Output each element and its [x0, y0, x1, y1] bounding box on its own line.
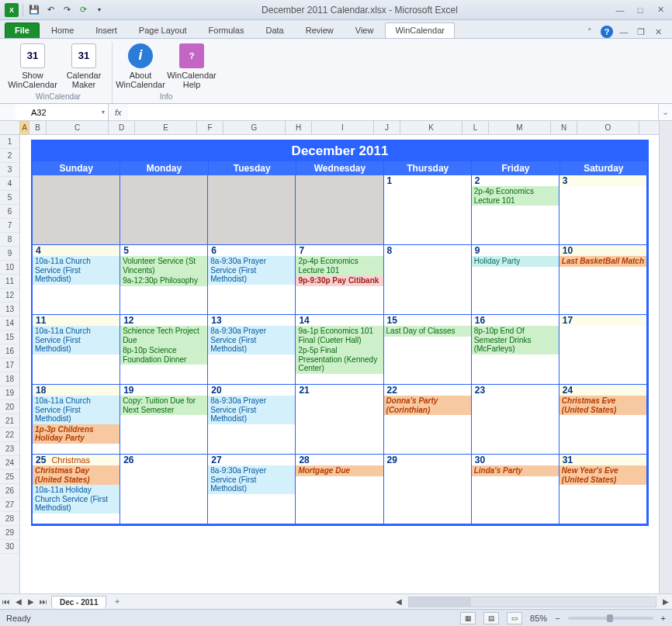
- tab-wincalendar[interactable]: WinCalendar: [385, 22, 455, 38]
- column-header[interactable]: A: [20, 121, 29, 134]
- calendar-event[interactable]: Linda's Party: [472, 465, 559, 476]
- prev-sheet-icon[interactable]: ◀: [12, 596, 25, 608]
- row-header[interactable]: 10: [0, 261, 19, 275]
- last-sheet-icon[interactable]: ⏭: [37, 596, 50, 608]
- qat-dropdown-icon[interactable]: ▾: [92, 3, 106, 17]
- calendar-event[interactable]: Holiday Party: [472, 256, 559, 267]
- row-header[interactable]: 16: [0, 344, 19, 358]
- vertical-scrollbar[interactable]: [659, 121, 672, 593]
- calendar-event[interactable]: 8a-9:30a Prayer Service (First Methodist…: [208, 465, 295, 494]
- calendar-event[interactable]: 1p-3p Childrens Holiday Party: [33, 424, 120, 444]
- calendar-cell[interactable]: 410a-11a Church Service (First Methodist…: [33, 245, 120, 315]
- calendar-event[interactable]: 8a-9:30a Prayer Service (First Methodist…: [208, 256, 295, 285]
- column-header[interactable]: N: [551, 121, 577, 134]
- calendar-cell[interactable]: 25 Christmas Christmas Day (United State…: [33, 455, 120, 524]
- column-header[interactable]: L: [462, 121, 489, 134]
- sheet-tab[interactable]: Dec - 2011: [51, 596, 106, 608]
- column-header[interactable]: E: [135, 121, 197, 134]
- row-header[interactable]: 21: [0, 414, 19, 428]
- window-minimize-icon[interactable]: —: [618, 26, 630, 38]
- calendar-event[interactable]: New Year's Eve (United States): [559, 465, 646, 485]
- calendar-cell[interactable]: 1: [384, 175, 472, 245]
- refresh-icon[interactable]: ⟳: [76, 3, 90, 17]
- tab-page-layout[interactable]: Page Layout: [129, 22, 197, 38]
- calendar-event[interactable]: 2p-5p Final Presentation (Kennedy Center…: [296, 345, 383, 374]
- row-header[interactable]: 30: [0, 540, 19, 554]
- column-header[interactable]: C: [47, 121, 109, 134]
- row-header[interactable]: 5: [0, 191, 19, 205]
- calendar-cell[interactable]: 22p-4p Economics Lecture 101: [472, 175, 559, 245]
- fx-label[interactable]: fx: [109, 108, 128, 117]
- calendar-cell[interactable]: 28 Mortgage Due: [296, 455, 383, 524]
- zoom-out-button[interactable]: −: [555, 614, 559, 623]
- horizontal-scrollbar[interactable]: [408, 597, 656, 607]
- calendar-cell[interactable]: 15 Last Day of Classes: [384, 315, 472, 385]
- calendar-cell[interactable]: 30 Linda's Party: [472, 455, 559, 524]
- column-header[interactable]: J: [374, 121, 400, 134]
- select-all-button[interactable]: [0, 121, 20, 134]
- calendar-cell[interactable]: 3: [559, 175, 647, 245]
- hscroll-left-icon[interactable]: ◀: [393, 596, 405, 608]
- tab-review[interactable]: Review: [296, 22, 344, 38]
- calendar-event[interactable]: Schience Tech Project Due: [120, 326, 207, 345]
- calendar-event[interactable]: 8a-9:30a Prayer Service (First Methodist…: [208, 396, 295, 424]
- name-box-dropdown-icon[interactable]: ▾: [102, 109, 105, 116]
- row-header[interactable]: 17: [0, 358, 19, 372]
- calendar-event[interactable]: Christmas Eve (United States): [559, 396, 646, 415]
- close-icon[interactable]: ✕: [653, 3, 667, 17]
- calendar-cell[interactable]: 149a-1p Economics 101 Final (Cueter Hall…: [296, 315, 383, 385]
- calendar-event[interactable]: Last Day of Classes: [384, 326, 471, 337]
- calendar-cell[interactable]: 23: [472, 385, 559, 455]
- calendar-event[interactable]: Volunteer Service (St Vincents): [120, 256, 207, 275]
- calendar-cell[interactable]: 138a-9:30a Prayer Service (First Methodi…: [208, 315, 296, 385]
- calendar-event[interactable]: Donna's Party (Corinthian): [384, 396, 471, 415]
- calendar-event[interactable]: 9a-1p Economics 101 Final (Cueter Hall): [296, 326, 383, 345]
- row-header[interactable]: 18: [0, 372, 19, 386]
- row-header[interactable]: 3: [0, 163, 19, 177]
- calendar-event[interactable]: Copy: Tuition Due for Next Semester: [120, 396, 207, 415]
- tab-home[interactable]: Home: [41, 22, 84, 38]
- calendar-cell[interactable]: 1810a-11a Church Service (First Methodis…: [33, 385, 120, 455]
- first-sheet-icon[interactable]: ⏮: [0, 596, 12, 608]
- row-header[interactable]: 20: [0, 400, 19, 414]
- next-sheet-icon[interactable]: ▶: [25, 596, 37, 608]
- calendar-cell[interactable]: 9 Holiday Party: [472, 245, 559, 315]
- wincalendar-help-button[interactable]: ? WinCalendar Help: [170, 42, 213, 91]
- calendar-cell[interactable]: 12 Schience Tech Project Due8p-10p Scien…: [120, 315, 208, 385]
- name-box[interactable]: A32 ▾: [16, 104, 109, 120]
- calendar-event[interactable]: Last BasketBall Match: [559, 256, 646, 267]
- save-icon[interactable]: 💾: [27, 3, 41, 17]
- calendar-cell[interactable]: 10 Last BasketBall Match: [559, 245, 647, 315]
- calendar-cell[interactable]: 22 Donna's Party (Corinthian): [384, 385, 472, 455]
- calendar-event[interactable]: 10a-11a Church Service (First Methodist): [33, 326, 120, 355]
- row-header[interactable]: 19: [0, 386, 19, 400]
- page-layout-view-button[interactable]: ▤: [483, 612, 499, 624]
- page-break-view-button[interactable]: ▭: [507, 612, 522, 624]
- row-header[interactable]: 22: [0, 428, 19, 442]
- redo-icon[interactable]: ↷: [60, 3, 74, 17]
- calendar-cell[interactable]: 26: [120, 455, 208, 524]
- calendar-cell[interactable]: 1110a-11a Church Service (First Methodis…: [33, 315, 120, 385]
- calendar-cell[interactable]: 8: [384, 245, 472, 315]
- tab-data[interactable]: Data: [255, 22, 293, 38]
- row-header[interactable]: 4: [0, 177, 19, 191]
- calendar-maker-button[interactable]: 31 Calendar Maker: [62, 42, 106, 91]
- calendar-event[interactable]: 2p-4p Economics Lecture 101: [472, 186, 559, 206]
- row-header[interactable]: 12: [0, 289, 19, 303]
- row-header[interactable]: 27: [0, 498, 19, 512]
- tab-insert[interactable]: Insert: [85, 22, 127, 38]
- zoom-slider[interactable]: [568, 617, 653, 620]
- calendar-cell[interactable]: 31 New Year's Eve (United States): [559, 455, 647, 524]
- row-header[interactable]: 15: [0, 330, 19, 344]
- calendar-event[interactable]: Mortgage Due: [296, 465, 383, 476]
- excel-icon[interactable]: X: [5, 3, 19, 17]
- row-header[interactable]: 24: [0, 456, 19, 470]
- new-sheet-icon[interactable]: ✦: [108, 596, 126, 608]
- show-wincalendar-button[interactable]: 31 Show WinCalendar: [11, 42, 54, 91]
- calendar-cell[interactable]: 17: [559, 315, 647, 385]
- row-header[interactable]: 8: [0, 233, 19, 247]
- calendar-event[interactable]: 2p-4p Economics Lecture 101: [296, 256, 383, 275]
- calendar-cell[interactable]: [208, 175, 296, 245]
- calendar-cell[interactable]: [120, 175, 208, 245]
- row-header[interactable]: 28: [0, 512, 19, 526]
